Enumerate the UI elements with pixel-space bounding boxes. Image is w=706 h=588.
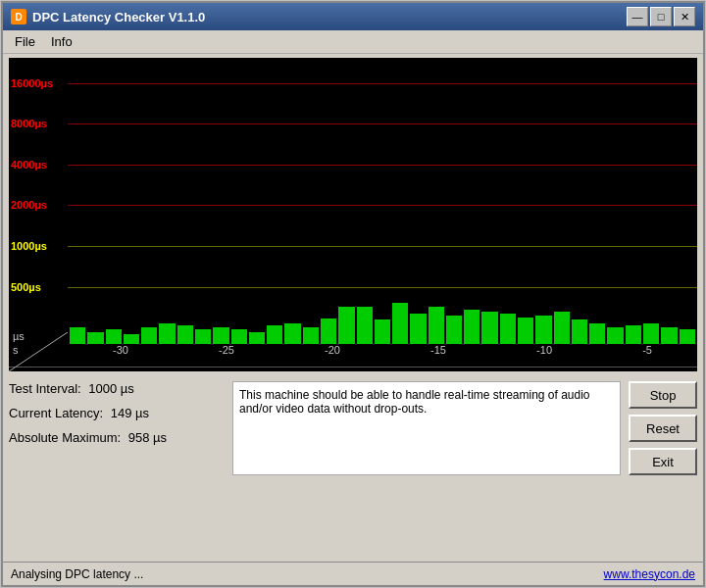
info-section: Test Interval: 1000 µs Current Latency: … [3, 375, 703, 481]
bar-25 [518, 318, 533, 344]
current-latency-row: Current Latency: 149 µs [9, 406, 225, 420]
test-interval-row: Test Interval: 1000 µs [9, 381, 225, 396]
chart-inner: 16000µs 8000µs 4000µs 2000µs 1000µs 500µ… [9, 58, 697, 371]
x-label-10: -10 [536, 344, 552, 356]
bar-11 [267, 325, 282, 344]
bar-29 [589, 323, 605, 344]
bar-7 [195, 329, 211, 344]
bar-3 [124, 334, 139, 344]
x-label-30: -30 [113, 344, 128, 356]
menu-file[interactable]: File [7, 32, 43, 51]
reset-button[interactable]: Reset [629, 415, 697, 442]
bar-17 [375, 319, 390, 344]
window-title: DPC Latency Checker V1.1.0 [32, 10, 627, 24]
bar-12 [284, 323, 300, 344]
bar-21 [446, 316, 462, 344]
absolute-max-label: Absolute Maximum: [9, 430, 121, 445]
bar-33 [661, 327, 677, 344]
bar-8 [213, 327, 228, 344]
close-button[interactable]: ✕ [674, 7, 695, 26]
bar-15 [338, 307, 354, 344]
x-label-25: -25 [219, 344, 234, 356]
bar-27 [554, 312, 570, 344]
bar-4 [141, 327, 157, 344]
bar-5 [159, 323, 175, 344]
x-labels: -30 -25 -20 -15 -10 -5 [68, 344, 697, 356]
menu-bar: File Info [3, 30, 703, 54]
title-bar: D DPC Latency Checker V1.1.0 — □ ✕ [3, 3, 703, 30]
svg-line-0 [9, 332, 68, 371]
status-text: Analysing DPC latency ... [11, 567, 143, 581]
bar-6 [177, 325, 193, 344]
current-latency-value: 149 µs [111, 406, 149, 420]
bar-2 [106, 329, 122, 344]
axis-separator [9, 332, 68, 371]
absolute-max-row: Absolute Maximum: 958 µs [9, 430, 225, 445]
bar-14 [321, 318, 336, 344]
bar-18 [392, 303, 408, 344]
bar-28 [572, 319, 587, 344]
bar-24 [500, 314, 516, 344]
current-latency-label: Current Latency: [9, 406, 103, 420]
bar-31 [626, 325, 641, 344]
y-label-16000: 16000µs [11, 77, 53, 89]
status-link[interactable]: www.thesycon.de [604, 567, 695, 581]
x-axis-line [9, 367, 697, 368]
bar-13 [303, 327, 319, 344]
absolute-max-value: 958 µs [128, 430, 167, 445]
bar-19 [410, 314, 426, 344]
bar-22 [464, 310, 479, 344]
bar-20 [429, 307, 444, 344]
y-label-4000: 4000µs [11, 159, 47, 171]
stop-button[interactable]: Stop [629, 381, 697, 409]
bar-0 [70, 327, 85, 344]
bar-34 [680, 329, 695, 344]
menu-info[interactable]: Info [43, 32, 80, 51]
exit-button[interactable]: Exit [629, 448, 697, 475]
y-label-500: 500µs [11, 281, 41, 293]
maximize-button[interactable]: □ [650, 7, 672, 26]
bar-16 [357, 307, 373, 344]
info-message: This machine should be able to handle re… [232, 381, 621, 475]
app-icon: D [11, 9, 26, 24]
window-controls: — □ ✕ [627, 7, 695, 26]
bar-23 [481, 312, 497, 344]
y-label-2000: 2000µs [11, 199, 47, 211]
main-window: D DPC Latency Checker V1.1.0 — □ ✕ File … [1, 1, 705, 587]
y-label-1000: 1000µs [11, 240, 47, 252]
bar-30 [607, 327, 623, 344]
x-label-5: -5 [642, 344, 652, 356]
bar-9 [231, 329, 247, 344]
bar-1 [87, 332, 103, 345]
chart-area: 16000µs 8000µs 4000µs 2000µs 1000µs 500µ… [9, 58, 697, 371]
minimize-button[interactable]: — [627, 7, 648, 26]
y-label-8000: 8000µs [11, 118, 47, 129]
buttons-column: Stop Reset Exit [629, 381, 697, 475]
test-interval-value: 1000 µs [88, 381, 134, 396]
bar-32 [643, 323, 659, 344]
test-interval-label: Test Interval: [9, 381, 81, 396]
info-left: Test Interval: 1000 µs Current Latency: … [9, 381, 225, 475]
status-bar: Analysing DPC latency ... www.thesycon.d… [3, 562, 703, 585]
bars-container [68, 58, 697, 344]
bar-26 [535, 316, 551, 344]
bar-10 [249, 332, 265, 345]
x-label-20: -20 [325, 344, 340, 356]
x-label-15: -15 [430, 344, 446, 356]
